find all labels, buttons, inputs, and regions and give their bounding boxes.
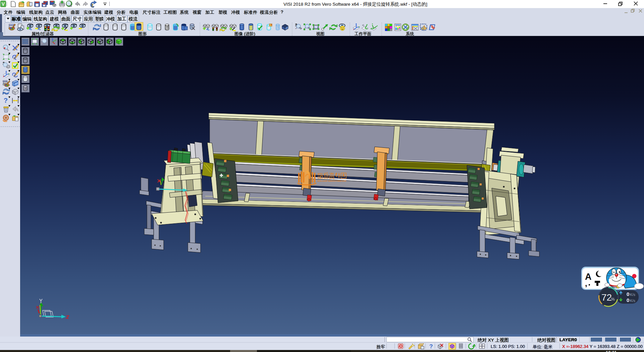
svg-text:,: , — [585, 279, 587, 288]
svg-text:72: 72 — [601, 292, 612, 303]
svg-text:?: ? — [429, 343, 433, 350]
svg-text:K/s: K/s — [630, 299, 635, 303]
svg-text:1:1: 1:1 — [314, 26, 318, 29]
svg-text:%: % — [611, 297, 615, 302]
svg-text:V: V — [2, 1, 5, 7]
svg-text:0: 0 — [627, 297, 629, 303]
svg-text:?: ? — [4, 97, 8, 104]
svg-text:0: 0 — [627, 291, 629, 297]
svg-text:INTELLIGENT MANUFACTURING DATA: INTELLIGENT MANUFACTURING DATA — [318, 180, 346, 182]
svg-text:K/s: K/s — [630, 293, 635, 297]
